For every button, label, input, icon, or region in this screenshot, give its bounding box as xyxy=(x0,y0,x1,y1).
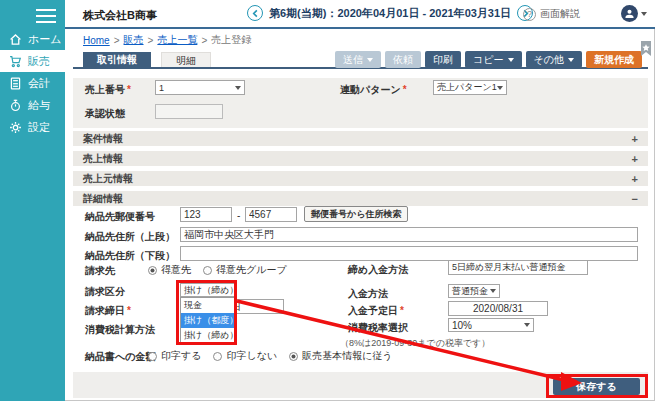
breadcrumb-link-sales-list[interactable]: 売上一覧 xyxy=(157,33,197,47)
address-lower-label: 納品先住所（下段） xyxy=(85,249,175,263)
gear-icon xyxy=(9,121,22,134)
sidebar-item-label: ホーム xyxy=(28,32,62,47)
sidebar-item-accounting[interactable]: 会計 xyxy=(0,72,65,94)
sidebar-item-label: 給与 xyxy=(28,98,50,113)
other-button[interactable]: その他 xyxy=(526,51,582,68)
tax-calc-method-label: 消費税計算方法 xyxy=(85,323,155,337)
breadcrumb: Home > 販売 > 売上一覧 > 売上登録 xyxy=(83,33,251,47)
fiscal-period-label: 第6期(当期)：2020年04月01日 - 2021年03月31日 xyxy=(269,6,511,21)
breadcrumb-separator: > xyxy=(114,35,120,46)
cart-icon xyxy=(9,55,22,68)
previous-period-button[interactable] xyxy=(247,5,263,21)
company-name: 株式会社B商事 xyxy=(83,8,157,23)
billing-close-date-label: 請求締日* xyxy=(85,304,131,318)
postal-code-field-1[interactable] xyxy=(180,207,232,222)
expand-icon: + xyxy=(632,173,638,185)
link-pattern-select[interactable]: 売上パターン1 xyxy=(433,80,507,95)
chevron-down-icon xyxy=(568,58,574,62)
screen-help-link[interactable]: ? 画面解説 xyxy=(523,7,580,21)
dropdown-option-credit-each-time[interactable]: 掛け（都度） xyxy=(181,313,235,328)
expand-icon: + xyxy=(632,153,638,165)
calculator-icon xyxy=(9,77,22,90)
chevron-down-icon xyxy=(367,58,373,62)
screen-help-label: 画面解説 xyxy=(540,7,580,21)
sidebar-item-payroll[interactable]: 給与 xyxy=(0,94,65,116)
payment-due-date-field[interactable] xyxy=(448,301,548,316)
approval-status-field[interactable] xyxy=(155,104,223,119)
section-case-info[interactable]: 案件情報 + xyxy=(73,131,648,146)
chevron-down-icon xyxy=(235,86,241,90)
postal-address-search-button[interactable]: 郵便番号から住所検索 xyxy=(304,206,408,222)
user-menu[interactable] xyxy=(621,5,647,22)
radio-print[interactable] xyxy=(148,352,157,361)
chevron-down-icon xyxy=(508,58,514,62)
radio-no-print[interactable] xyxy=(213,352,222,361)
radio-no-print-label: 印字しない xyxy=(226,349,277,363)
breadcrumb-separator: > xyxy=(148,35,154,46)
hamburger-menu-icon[interactable] xyxy=(36,9,56,27)
sales-number-label: 売上番号* xyxy=(85,83,131,97)
payment-due-date-label: 入金予定日* xyxy=(348,304,404,318)
print-button[interactable]: 印刷 xyxy=(425,51,461,68)
approval-status-label: 承認状態 xyxy=(85,107,125,121)
slip-amount-label: 納品書への金額 xyxy=(85,350,155,364)
billing-type-select[interactable]: 掛け（締め） xyxy=(180,283,236,297)
sidebar-item-label: 会計 xyxy=(28,76,50,91)
tax-rate-select[interactable]: 10% xyxy=(448,318,534,332)
sidebar-item-label: 設定 xyxy=(28,120,50,135)
payment-method-select[interactable]: 普通預金 xyxy=(448,284,500,298)
billing-type-dropdown-popup: 現金 掛け（都度） 掛け（締め） xyxy=(180,297,236,344)
chevron-down-icon xyxy=(490,289,496,293)
breadcrumb-separator: > xyxy=(201,35,207,46)
fiscal-period-nav: 第6期(当期)：2020年04月01日 - 2021年03月31日 xyxy=(247,5,533,21)
breadcrumb-link-home[interactable]: Home xyxy=(83,35,110,46)
tab-transaction-info[interactable]: 取引情報 xyxy=(83,52,151,68)
section-sales-info[interactable]: 売上情報 + xyxy=(73,151,648,166)
postal-separator: - xyxy=(237,210,240,221)
section-detail-info[interactable]: 詳細情報 − xyxy=(73,191,648,206)
closing-payment-method-field[interactable] xyxy=(448,260,588,275)
link-pattern-label: 連動パターン* xyxy=(340,83,407,97)
sales-registration-screen: ホーム 販売 会計 給与 xyxy=(0,0,655,401)
sidebar-item-settings[interactable]: 設定 xyxy=(0,116,65,138)
chevron-down-icon xyxy=(524,323,530,327)
radio-print-label: 印字する xyxy=(161,349,201,363)
toolbar: 送信 依頼 印刷 コピー その他 新規作成 xyxy=(335,51,642,68)
address-upper-label: 納品先住所（上段） xyxy=(85,230,175,244)
address-lower-field[interactable] xyxy=(180,246,638,261)
sidebar-item-home[interactable]: ホーム xyxy=(0,28,65,50)
save-button[interactable]: 保存する xyxy=(553,378,640,395)
copy-button[interactable]: コピー xyxy=(465,51,521,68)
dropdown-option-cash[interactable]: 現金 xyxy=(181,298,235,313)
request-button[interactable]: 依頼 xyxy=(385,51,421,68)
payment-method-label: 入金方法 xyxy=(348,287,388,301)
breadcrumb-current: 売上登録 xyxy=(211,33,251,47)
radio-customer-group-label: 得意先グループ xyxy=(216,263,287,277)
address-upper-field[interactable] xyxy=(180,227,638,242)
sidebar-item-sales[interactable]: 販売 xyxy=(0,50,65,72)
radio-follow-sales-basic-info[interactable] xyxy=(289,352,298,361)
bookmark-star-icon[interactable] xyxy=(640,41,652,59)
chevron-down-icon xyxy=(497,86,503,90)
home-icon xyxy=(9,33,22,46)
dropdown-option-credit-closing[interactable]: 掛け（締め） xyxy=(181,328,235,343)
bill-to-radio-group: 得意先 得意先グループ xyxy=(148,263,287,277)
send-button[interactable]: 送信 xyxy=(335,51,381,68)
top-header: 株式会社B商事 第6期(当期)：2020年04月01日 - 2021年03月31… xyxy=(65,0,655,29)
sales-number-select[interactable]: 1 xyxy=(155,80,245,95)
radio-customer-label: 得意先 xyxy=(161,263,191,277)
user-avatar-icon xyxy=(621,5,638,22)
section-sales-source-info[interactable]: 売上元情報 + xyxy=(73,171,648,186)
breadcrumb-link-sales[interactable]: 販売 xyxy=(124,33,144,47)
chevron-down-icon xyxy=(641,12,647,16)
payroll-icon xyxy=(9,99,22,112)
postal-code-field-2[interactable] xyxy=(245,207,297,222)
question-icon: ? xyxy=(523,8,536,21)
create-new-button[interactable]: 新規作成 xyxy=(586,51,642,68)
radio-customer-group[interactable] xyxy=(203,266,212,275)
tax-rate-select-label: 消費税率選択 xyxy=(348,321,408,335)
tab-line-items[interactable]: 明細 xyxy=(161,52,211,68)
postal-code-label: 納品先郵便番号 xyxy=(85,210,155,224)
tab-bar: 取引情報 明細 xyxy=(83,52,211,68)
radio-customer[interactable] xyxy=(148,266,157,275)
